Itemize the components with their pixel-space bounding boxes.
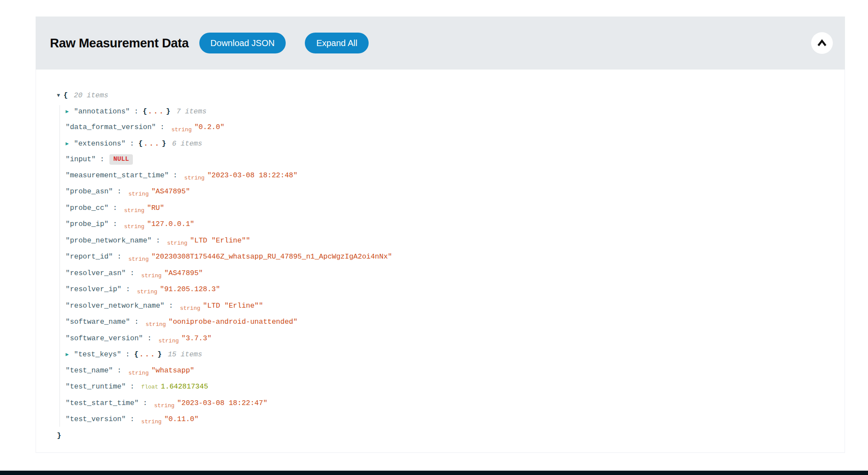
json-key: "probe_cc" xyxy=(66,204,109,212)
json-row: "test_name" : string"whatsapp" xyxy=(66,363,827,379)
json-colon: : xyxy=(156,123,169,131)
json-key: "probe_network_name" xyxy=(66,236,152,245)
open-brace: { xyxy=(63,91,68,100)
json-colon: : xyxy=(165,302,178,310)
json-key: "probe_asn" xyxy=(66,187,113,196)
json-value: "LTD "Erline"" xyxy=(190,236,251,245)
json-colon: : xyxy=(122,285,135,293)
json-key: "input" xyxy=(66,155,96,163)
json-value: "AS47895" xyxy=(151,187,190,196)
json-colon: : xyxy=(126,269,139,277)
json-row: "resolver_network_name" : string"LTD "Er… xyxy=(66,298,827,315)
type-label: string xyxy=(145,321,166,328)
json-value: "whatsapp" xyxy=(151,366,194,375)
json-key: "test_keys" xyxy=(74,350,121,359)
json-value: "RU" xyxy=(147,204,165,212)
json-key: "test_start_time" xyxy=(66,399,139,407)
json-colon: : xyxy=(169,171,182,179)
footer-top-bar xyxy=(0,471,868,475)
json-row: "report_id" : string"20230308T175446Z_wh… xyxy=(66,249,827,266)
json-value: "3.7.3" xyxy=(182,334,211,342)
expand-all-button[interactable]: Expand All xyxy=(305,33,369,53)
type-label: string xyxy=(129,370,149,376)
json-value: "ooniprobe-android-unattended" xyxy=(168,318,297,326)
json-viewer: ▼{20 items ▶"annotations" : {...}7 items… xyxy=(36,70,845,453)
ellipsis-dots: ... xyxy=(139,350,156,359)
collapse-triangle-icon[interactable]: ▼ xyxy=(57,88,60,104)
json-value: "2023-03-08 18:22:47" xyxy=(177,399,267,407)
json-colon: : xyxy=(130,318,143,326)
json-colon: : xyxy=(139,399,152,407)
json-key: "software_version" xyxy=(66,334,143,342)
expand-triangle-icon[interactable]: ▶ xyxy=(66,104,69,120)
json-key: "data_format_version" xyxy=(66,123,156,131)
collapsed-object-ellipsis[interactable]: {...} xyxy=(134,350,162,359)
type-label: string xyxy=(129,256,149,262)
close-brace: } xyxy=(57,432,61,440)
type-label: string xyxy=(172,126,192,133)
type-label: string xyxy=(184,175,205,181)
json-key: "test_runtime" xyxy=(66,382,126,391)
json-key: "test_name" xyxy=(66,366,113,375)
item-count: 15 items xyxy=(168,350,202,359)
json-value: "AS47895" xyxy=(164,269,203,277)
json-value: "2023-03-08 18:22:48" xyxy=(207,171,297,179)
json-colon: : xyxy=(126,382,139,391)
null-badge: NULL xyxy=(109,154,133,165)
download-json-button[interactable]: Download JSON xyxy=(199,33,286,53)
type-label: string xyxy=(167,240,188,246)
json-row: "probe_cc" : string"RU" xyxy=(66,200,827,217)
collapse-section-button[interactable] xyxy=(811,32,833,54)
type-label: string xyxy=(124,223,145,230)
json-row: "test_start_time" : string"2023-03-08 18… xyxy=(66,395,827,412)
json-row: "probe_ip" : string"127.0.0.1" xyxy=(66,216,827,233)
json-colon: : xyxy=(125,140,139,148)
json-row: "test_runtime" : float1.642817345 xyxy=(66,379,827,395)
json-children: ▶"annotations" : {...}7 items"data_forma… xyxy=(57,104,827,428)
json-colon: : xyxy=(113,366,126,375)
expand-triangle-icon[interactable]: ▶ xyxy=(66,136,69,152)
json-colon: : xyxy=(113,252,126,261)
json-row: "software_version" : string"3.7.3" xyxy=(66,331,827,347)
json-value: "91.205.128.3" xyxy=(160,285,220,293)
json-colon: : xyxy=(121,350,134,359)
raw-measurement-card: Raw Measurement Data Download JSON Expan… xyxy=(36,17,845,453)
json-root-row: ▼{20 items xyxy=(57,88,827,104)
json-colon: : xyxy=(113,187,126,196)
json-row: "software_name" : string"ooniprobe-andro… xyxy=(66,314,827,331)
json-value: "0.11.0" xyxy=(164,415,198,423)
ellipsis-dots: ... xyxy=(148,107,165,116)
type-label: string xyxy=(137,289,157,295)
item-count: 6 items xyxy=(172,140,202,148)
json-row: "probe_asn" : string"AS47895" xyxy=(66,184,827,200)
json-value: "LTD "Erline"" xyxy=(203,302,263,310)
json-key: "report_id" xyxy=(66,252,113,261)
json-close-row: } xyxy=(57,428,827,444)
json-row: "test_version" : string"0.11.0" xyxy=(66,412,827,428)
json-key: "measurement_start_time" xyxy=(66,171,169,179)
json-key: "test_version" xyxy=(66,415,126,423)
type-label: string xyxy=(180,305,200,312)
json-row: "data_format_version" : string"0.2.0" xyxy=(66,120,827,136)
json-colon: : xyxy=(109,220,122,228)
json-value: "0.2.0" xyxy=(194,123,224,131)
json-key: "software_name" xyxy=(66,318,130,326)
json-value: "20230308T175446Z_whatsapp_RU_47895_n1_A… xyxy=(151,252,392,261)
json-key: "extensions" xyxy=(74,140,125,148)
json-key: "resolver_network_name" xyxy=(66,302,165,310)
json-key: "resolver_asn" xyxy=(66,269,126,277)
json-row: ▶"extensions" : {...}6 items xyxy=(66,136,827,152)
type-label: string xyxy=(129,191,149,197)
section-title: Raw Measurement Data xyxy=(50,36,189,50)
collapsed-object-ellipsis[interactable]: {...} xyxy=(139,140,166,148)
collapsed-object-ellipsis[interactable]: {...} xyxy=(143,107,171,116)
expand-triangle-icon[interactable]: ▶ xyxy=(66,347,69,363)
item-count: 7 items xyxy=(176,107,206,116)
json-row: ▶"test_keys" : {...}15 items xyxy=(66,347,827,363)
ellipsis-dots: ... xyxy=(144,140,161,148)
type-label: string xyxy=(141,272,162,279)
json-row: "probe_network_name" : string"LTD "Erlin… xyxy=(66,233,827,249)
json-key: "annotations" xyxy=(74,107,130,116)
json-value: 1.642817345 xyxy=(161,382,208,391)
json-row: "measurement_start_time" : string"2023-0… xyxy=(66,168,827,184)
